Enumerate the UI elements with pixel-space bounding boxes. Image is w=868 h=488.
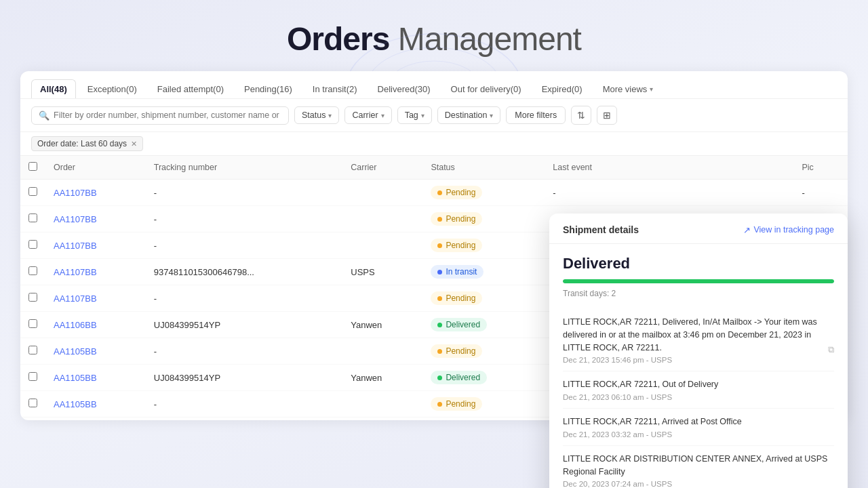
tag-chevron-icon: ▾ xyxy=(421,112,425,119)
columns-icon[interactable]: ⊞ xyxy=(597,106,617,125)
tracking-number: - xyxy=(146,232,343,259)
status-filter[interactable]: Status ▾ xyxy=(294,106,339,124)
status-cell: Pending xyxy=(422,338,545,365)
status-badge: Pending xyxy=(431,291,482,305)
progress-bar xyxy=(563,279,834,283)
panel-title: Shipment details xyxy=(563,224,639,235)
event-date: Dec 21, 2023 03:32 am - USPS xyxy=(563,430,834,439)
status-label: Pending xyxy=(446,293,475,303)
table-row: AA1107BB-Pending-- xyxy=(20,180,848,206)
tracking-number: - xyxy=(146,285,343,312)
order-link[interactable]: AA1105BB xyxy=(54,346,97,357)
search-input[interactable] xyxy=(54,110,281,120)
tab-failed-attempt[interactable]: Failed attempt(0) xyxy=(149,79,233,98)
select-all-checkbox[interactable] xyxy=(28,162,37,171)
tab-in-transit[interactable]: In transit(2) xyxy=(304,79,366,98)
active-filters-row: Order date: Last 60 days ✕ xyxy=(20,132,848,156)
order-link[interactable]: AA1107BB xyxy=(54,267,97,277)
date-filter-tag: Order date: Last 60 days ✕ xyxy=(31,136,143,151)
tracking-number: - xyxy=(146,206,343,232)
shipment-details-panel: Shipment details ↗ View in tracking page… xyxy=(549,214,848,488)
row-checkbox[interactable] xyxy=(28,399,37,407)
col-order: Order xyxy=(45,156,146,180)
destination-filter[interactable]: Destination ▾ xyxy=(437,106,501,124)
status-label: Pending xyxy=(446,241,475,250)
col-tracking: Tracking number xyxy=(146,156,343,180)
carrier xyxy=(342,338,422,365)
tab-exception[interactable]: Exception(0) xyxy=(79,79,146,98)
order-link[interactable]: AA1107BB xyxy=(54,241,97,251)
status-label: In transit xyxy=(446,267,477,277)
tracking-number: UJ084399514YP xyxy=(146,365,343,391)
status-badge: Pending xyxy=(431,239,482,252)
tab-more-views[interactable]: More views ▾ xyxy=(594,79,663,98)
status-chevron-icon: ▾ xyxy=(328,112,332,119)
row-checkbox[interactable] xyxy=(28,293,37,302)
row-checkbox[interactable] xyxy=(28,187,37,196)
order-link[interactable]: AA1105BB xyxy=(54,373,97,383)
timeline: LITTLE ROCK,AR 72211, Delivered, In/At M… xyxy=(563,309,834,488)
tracking-number: - xyxy=(146,391,343,418)
order-link[interactable]: AA1107BB xyxy=(54,214,97,224)
status-badge: Pending xyxy=(431,186,482,199)
tab-pending[interactable]: Pending(16) xyxy=(235,79,301,98)
order-link[interactable]: AA1107BB xyxy=(54,188,97,198)
col-carrier: Carrier xyxy=(342,156,422,180)
carrier xyxy=(342,391,422,418)
status-cell: Pending xyxy=(422,391,545,418)
order-link[interactable]: AA1107BB xyxy=(54,293,97,304)
panel-body: Delivered Transit days: 2 LITTLE ROCK,AR… xyxy=(549,244,848,488)
status-label: Delivered xyxy=(446,320,480,329)
status-label: Delivered xyxy=(446,373,480,382)
status-cell: Pending xyxy=(422,206,545,232)
order-link[interactable]: AA1105BB xyxy=(54,399,97,409)
external-link-icon: ↗ xyxy=(743,225,751,235)
status-cell: In transit xyxy=(422,259,545,285)
timeline-item: LITTLE ROCK,AR 72211, Out of DeliveryDec… xyxy=(563,371,834,409)
tab-all[interactable]: All(48) xyxy=(31,79,76,98)
delivery-status-heading: Delivered xyxy=(563,255,834,272)
col-last-event: Last event xyxy=(545,156,793,180)
row-checkbox[interactable] xyxy=(28,266,37,275)
copy-icon[interactable]: ⧉ xyxy=(828,343,834,357)
status-dot-icon xyxy=(437,190,442,195)
event-date: Dec 21, 2023 06:10 am - USPS xyxy=(563,393,834,401)
tab-expired[interactable]: Expired(0) xyxy=(533,79,591,98)
row-checkbox[interactable] xyxy=(28,319,37,328)
search-icon: 🔍 xyxy=(39,110,50,121)
order-link[interactable]: AA1106BB xyxy=(54,320,97,330)
tracking-number: 1ZX23R740137815225 xyxy=(146,418,343,421)
event-text: LITTLE ROCK AR DISTRIBUTION CENTER ANNEX… xyxy=(563,453,834,479)
view-tracking-link[interactable]: ↗ View in tracking page xyxy=(743,225,834,235)
timeline-item: LITTLE ROCK,AR 72211, Arrived at Post Of… xyxy=(563,409,834,446)
transit-days: Transit days: 2 xyxy=(563,289,834,298)
status-dot-icon xyxy=(437,323,442,327)
row-checkbox[interactable] xyxy=(28,240,37,249)
status-label: Pending xyxy=(446,346,475,356)
tracking-number: - xyxy=(146,180,343,206)
row-checkbox[interactable] xyxy=(28,346,37,354)
tab-out-for-delivery[interactable]: Out for delivery(0) xyxy=(442,79,530,98)
carrier-filter[interactable]: Carrier ▾ xyxy=(344,106,391,124)
filters-row: 🔍 Status ▾ Carrier ▾ Tag ▾ Destination xyxy=(20,99,848,132)
more-filters-button[interactable]: More filters xyxy=(506,106,566,124)
tab-delivered[interactable]: Delivered(30) xyxy=(369,79,439,98)
status-label: Pending xyxy=(446,188,475,197)
carrier: USPS xyxy=(342,259,422,285)
carrier xyxy=(342,180,422,206)
tag-filter[interactable]: Tag ▾ xyxy=(397,106,432,124)
status-badge: Delivered xyxy=(431,371,487,384)
status-dot-icon xyxy=(437,270,442,274)
sort-icon[interactable]: ⇅ xyxy=(571,106,591,125)
row-checkbox[interactable] xyxy=(28,214,37,222)
date-filter-close-icon[interactable]: ✕ xyxy=(131,140,137,148)
last-event: - xyxy=(545,180,793,206)
row-checkbox[interactable] xyxy=(28,372,37,381)
carrier-chevron-icon: ▾ xyxy=(381,112,384,119)
more-views-chevron-icon: ▾ xyxy=(650,85,653,93)
event-text: LITTLE ROCK,AR 72211, Out of Delivery xyxy=(563,378,834,391)
status-cell: Pending xyxy=(422,232,545,259)
search-box[interactable]: 🔍 xyxy=(31,106,289,125)
status-dot-icon xyxy=(437,243,442,248)
carrier: Yanwen xyxy=(342,365,422,391)
